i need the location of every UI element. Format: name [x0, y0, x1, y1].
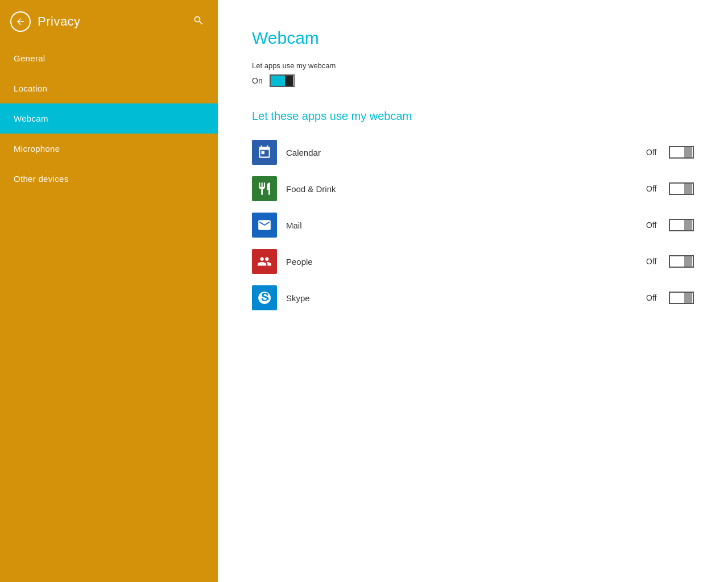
- food-drink-icon: [252, 176, 277, 201]
- mail-status: Off: [646, 221, 662, 230]
- people-toggle-area: Off: [646, 255, 694, 268]
- calendar-toggle[interactable]: [669, 146, 694, 159]
- mail-toggle-area: Off: [646, 219, 694, 231]
- toggle-on-label: On: [252, 76, 263, 85]
- sidebar-item-webcam[interactable]: Webcam: [0, 103, 218, 134]
- mail-toggle[interactable]: [669, 219, 694, 231]
- calendar-icon: [252, 140, 277, 165]
- toggle-thumb: [684, 256, 692, 267]
- app-row-calendar: Calendar Off: [252, 134, 694, 171]
- toggle-fill: [271, 76, 286, 86]
- calendar-app-name: Calendar: [286, 148, 637, 157]
- calendar-status: Off: [646, 148, 662, 157]
- webcam-main-toggle[interactable]: [270, 74, 295, 87]
- app-row-skype: Skype Off: [252, 280, 694, 316]
- people-icon: [252, 249, 277, 274]
- people-app-name: People: [286, 257, 637, 267]
- sidebar-item-microphone[interactable]: Microphone: [0, 134, 218, 164]
- skype-toggle[interactable]: [669, 292, 694, 304]
- sidebar: Privacy General Location Webcam Micropho…: [0, 0, 218, 582]
- toggle-thumb: [684, 220, 692, 230]
- toggle-thumb: [684, 184, 692, 194]
- skype-app-name: Skype: [286, 293, 637, 303]
- people-toggle[interactable]: [669, 255, 694, 268]
- food-drink-toggle[interactable]: [669, 182, 694, 195]
- back-button[interactable]: [10, 11, 31, 32]
- mail-app-name: Mail: [286, 221, 637, 230]
- food-drink-app-name: Food & Drink: [286, 184, 637, 194]
- app-title: Privacy: [38, 14, 81, 29]
- skype-icon: [252, 285, 277, 310]
- app-row-people: People Off: [252, 243, 694, 280]
- page-title: Webcam: [252, 28, 694, 48]
- sidebar-header: Privacy: [0, 0, 218, 43]
- toggle-thumb: [684, 147, 692, 157]
- toggle-thumb: [285, 76, 293, 86]
- toggle-description: Let apps use my webcam: [252, 61, 694, 70]
- nav-list: General Location Webcam Microphone Other…: [0, 43, 218, 194]
- toggle-thumb: [684, 293, 692, 303]
- mail-icon: [252, 213, 277, 238]
- sidebar-item-location[interactable]: Location: [0, 73, 218, 103]
- toggle-row: On: [252, 74, 694, 87]
- search-button[interactable]: [191, 13, 206, 31]
- skype-status: Off: [646, 293, 662, 302]
- webcam-toggle-section: Let apps use my webcam On: [252, 61, 694, 87]
- section-subtitle: Let these apps use my webcam: [252, 110, 694, 123]
- sidebar-item-other-devices[interactable]: Other devices: [0, 164, 218, 194]
- skype-toggle-area: Off: [646, 292, 694, 304]
- apps-list: Calendar Off Food & Drink Off: [252, 134, 694, 316]
- sidebar-item-general[interactable]: General: [0, 43, 218, 73]
- people-status: Off: [646, 257, 662, 266]
- main-content: Webcam Let apps use my webcam On Let the…: [218, 0, 728, 582]
- app-row-mail: Mail Off: [252, 207, 694, 243]
- food-drink-toggle-area: Off: [646, 182, 694, 195]
- calendar-toggle-area: Off: [646, 146, 694, 159]
- app-row-food-drink: Food & Drink Off: [252, 171, 694, 207]
- food-drink-status: Off: [646, 184, 662, 193]
